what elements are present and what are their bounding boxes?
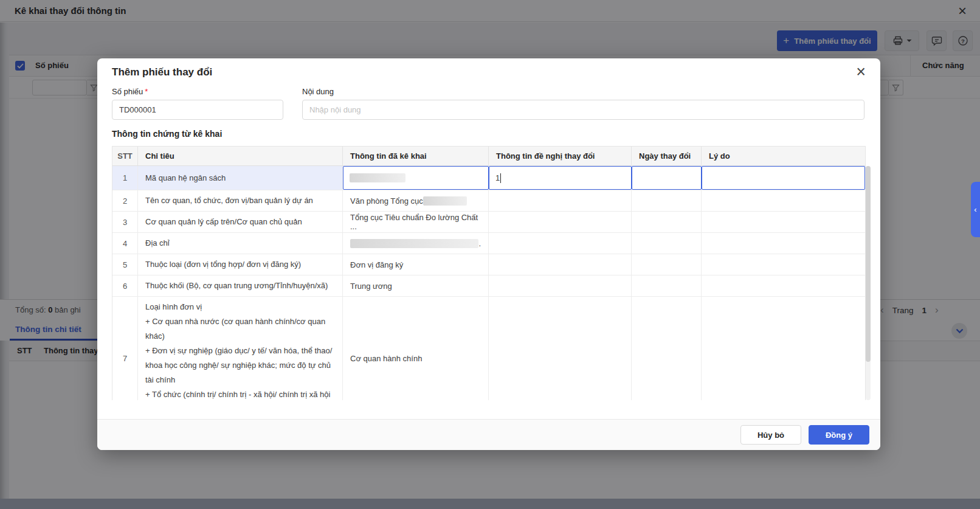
declared-value-cell[interactable]: .: [343, 233, 489, 254]
declared-value-cell[interactable]: Văn phòng Tổng cục: [343, 190, 489, 211]
criterion-label: Tên cơ quan, tổ chức, đơn vị/ban quản lý…: [138, 190, 343, 211]
noi-dung-input[interactable]: [302, 100, 864, 120]
table-column-header: STT: [112, 147, 138, 165]
reason-cell[interactable]: [702, 212, 865, 232]
declaration-row: 5Thuộc loại (đơn vị tổng hợp/ đơn vị đăn…: [112, 254, 865, 275]
row-index: 1: [112, 166, 138, 190]
change-date-cell[interactable]: [632, 166, 702, 190]
proposed-value-cell[interactable]: [489, 233, 632, 254]
proposed-value-cell[interactable]: [489, 190, 632, 211]
declared-value-cell[interactable]: [343, 166, 489, 190]
required-asterisk: *: [145, 87, 148, 96]
modal-table-body: 1Mã quan hệ ngân sách12Tên cơ quan, tổ c…: [112, 166, 865, 400]
row-index: 2: [112, 190, 138, 211]
declaration-row: 2Tên cơ quan, tổ chức, đơn vị/ban quản l…: [112, 190, 865, 212]
row-index: 4: [112, 233, 138, 254]
redacted-value: [423, 196, 467, 206]
criterion-label: Thuộc khối (Bộ, cơ quan trung ương/Tỉnh/…: [138, 275, 343, 296]
change-date-cell[interactable]: [632, 233, 702, 254]
proposed-value-cell[interactable]: [489, 275, 632, 296]
ok-button[interactable]: Đồng ý: [809, 425, 869, 445]
change-date-cell[interactable]: [632, 190, 702, 211]
change-date-cell[interactable]: [632, 275, 702, 296]
table-column-header: Thông tin đề nghị thay đổi: [489, 147, 632, 165]
modal-table-header: STTChỉ tiêuThông tin đã kê khaiThông tin…: [112, 147, 865, 166]
so-phieu-input[interactable]: [112, 100, 283, 120]
inline-edit-input[interactable]: [632, 166, 702, 190]
declared-value-cell[interactable]: Đơn vị đăng ký: [343, 254, 489, 275]
declared-value-cell[interactable]: Tổng cục Tiêu chuẩn Đo lường Chất ...: [343, 212, 489, 232]
modal-footer: Hủy bỏ Đồng ý: [97, 419, 880, 450]
declaration-table: STTChỉ tiêuThông tin đã kê khaiThông tin…: [112, 146, 871, 400]
declared-value-cell[interactable]: Cơ quan hành chính: [343, 297, 489, 400]
criterion-label: Loại hình đơn vị + Cơ quan nhà nước (cơ …: [138, 297, 343, 400]
table-scrollbar-thumb[interactable]: [866, 166, 871, 362]
reason-cell[interactable]: [702, 166, 865, 190]
change-date-cell[interactable]: [632, 297, 702, 400]
modal-close-icon[interactable]: ×: [856, 63, 866, 80]
noi-dung-label: Nội dung: [302, 87, 334, 96]
proposed-value-cell[interactable]: 1: [489, 166, 632, 190]
change-date-cell[interactable]: [632, 212, 702, 232]
proposed-value-cell[interactable]: [489, 297, 632, 400]
inline-edit-input[interactable]: [702, 166, 865, 190]
redacted-value: [350, 173, 405, 182]
table-column-header: Lý do: [702, 147, 865, 165]
inline-edit-input[interactable]: 1: [489, 166, 632, 190]
change-date-cell[interactable]: [632, 254, 702, 275]
text-cursor: [500, 173, 501, 183]
declared-value-cell[interactable]: Trung ương: [343, 275, 489, 296]
criterion-label: Cơ quan quản lý cấp trên/Cơ quan chủ quả…: [138, 212, 343, 232]
declaration-row: 4Địa chỉ.: [112, 233, 865, 254]
proposed-value-cell[interactable]: [489, 212, 632, 232]
reason-cell[interactable]: [702, 233, 865, 254]
modal-title: Thêm phiếu thay đổi: [112, 66, 212, 78]
declaration-row: 7Loại hình đơn vị + Cơ quan nhà nước (cơ…: [112, 297, 865, 400]
criterion-label: Địa chỉ: [138, 233, 343, 254]
table-scrollbar[interactable]: [866, 166, 871, 400]
row-index: 7: [112, 297, 138, 400]
table-column-header: Ngày thay đổi: [632, 147, 702, 165]
chevron-left-icon: ‹: [974, 205, 976, 214]
criterion-label: Thuộc loại (đơn vị tổng hợp/ đơn vị đăng…: [138, 254, 343, 275]
table-column-header: Thông tin đã kê khai: [343, 147, 489, 165]
row-index: 3: [112, 212, 138, 232]
declaration-row: 1Mã quan hệ ngân sách1: [112, 166, 865, 190]
redacted-value: [350, 239, 478, 248]
inline-edit-input[interactable]: [343, 166, 489, 190]
section-title: Thông tin chứng từ kê khai: [112, 129, 222, 139]
reason-cell[interactable]: [702, 190, 865, 211]
add-change-form-modal: Thêm phiếu thay đổi × Số phiếu* Nội dung…: [97, 58, 880, 450]
screen: Kê khai thay đổi thông tin × + Thêm phiế…: [0, 0, 980, 509]
criterion-label: Mã quan hệ ngân sách: [138, 166, 343, 190]
row-index: 6: [112, 275, 138, 296]
row-index: 5: [112, 254, 138, 275]
declaration-row: 6Thuộc khối (Bộ, cơ quan trung ương/Tỉnh…: [112, 275, 865, 297]
reason-cell[interactable]: [702, 275, 865, 296]
cancel-button[interactable]: Hủy bỏ: [740, 425, 801, 445]
reason-cell[interactable]: [702, 254, 865, 275]
table-column-header: Chỉ tiêu: [138, 147, 343, 165]
declaration-row: 3Cơ quan quản lý cấp trên/Cơ quan chủ qu…: [112, 212, 865, 233]
so-phieu-label: Số phiếu*: [112, 87, 148, 96]
side-panel-toggle[interactable]: ‹: [971, 182, 980, 237]
reason-cell[interactable]: [702, 297, 865, 400]
proposed-value-cell[interactable]: [489, 254, 632, 275]
